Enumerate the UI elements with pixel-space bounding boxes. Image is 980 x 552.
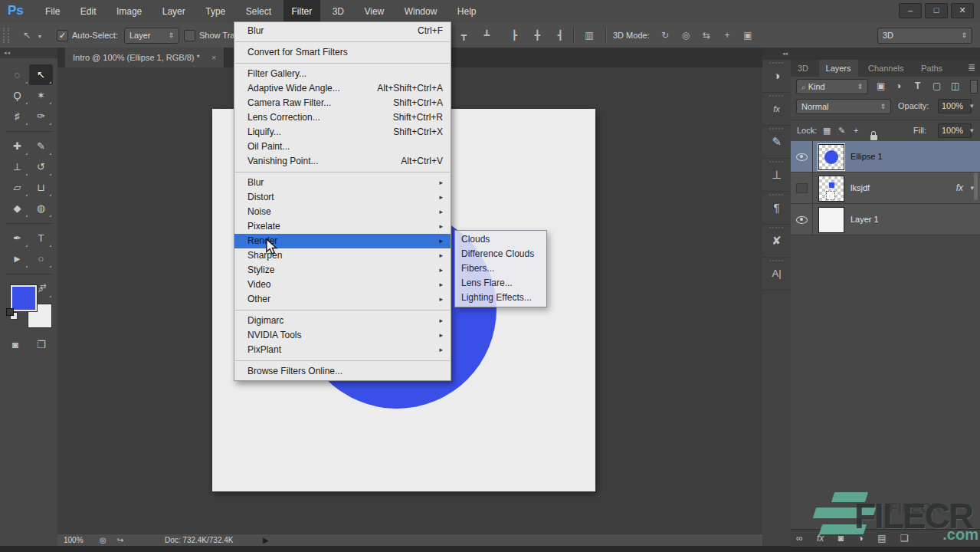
blur-tool[interactable]: ◆ (5, 198, 29, 219)
menu-item-browse-filters-online[interactable]: Browse Filters Online... (234, 364, 451, 379)
adjustment-layer-icon[interactable]: ◑ (858, 533, 864, 544)
brush-presets-panel-icon[interactable]: ✎ (762, 126, 791, 159)
pixel-layer-filter-icon[interactable]: ▣ (877, 80, 885, 91)
menu-item-oil-paint[interactable]: Oil Paint... (234, 140, 451, 154)
menu-layer[interactable]: Layer (154, 0, 194, 23)
menu-help[interactable]: Help (449, 0, 485, 23)
submenu-item-lens-flare[interactable]: Lens Flare... (455, 276, 546, 291)
panels-collapse-chevron-icon[interactable]: ◂◂ (762, 48, 791, 60)
smart-object-filter-icon[interactable]: ◫ (951, 80, 959, 91)
magic-wand-tool[interactable]: ✶ (29, 85, 53, 106)
styles-panel-icon[interactable]: fx (762, 93, 791, 126)
menu-item-distort-submenu[interactable]: Distort ▸ (234, 190, 451, 205)
tab-close-icon[interactable]: × (211, 53, 216, 62)
layer-thumbnail[interactable] (818, 207, 844, 233)
menu-window[interactable]: Window (396, 0, 446, 23)
swap-colors-icon[interactable]: ⇄ (40, 282, 46, 291)
menu-item-nvidia-tools-submenu[interactable]: NVIDIA Tools ▸ (234, 328, 451, 343)
new-layer-icon[interactable]: ❏ (900, 533, 909, 544)
tab-paths[interactable]: Paths (914, 60, 949, 77)
layer-row-ellipse-1[interactable]: Ellipse 1 (791, 141, 980, 172)
screen-mode-icon[interactable]: ❐ (37, 339, 46, 350)
lasso-tool[interactable]: Ϙ (5, 85, 29, 106)
paint-bucket-tool[interactable]: ⊔ (29, 177, 53, 198)
menu-image[interactable]: Image (108, 0, 150, 23)
visibility-toggle[interactable] (791, 141, 813, 172)
show-transform-checkbox[interactable] (184, 30, 195, 41)
lock-transparency-icon[interactable]: ▦ (823, 126, 831, 136)
menu-item-filter-gallery[interactable]: Filter Gallery... (234, 67, 451, 81)
spot-healing-brush-tool[interactable]: ✚ (5, 136, 29, 156)
menu-item-liquify[interactable]: Liquify... Shift+Ctrl+X (234, 125, 451, 140)
pen-tool[interactable]: ✒ (5, 228, 29, 248)
layer-name[interactable]: Layer 1 (851, 204, 879, 235)
menu-edit[interactable]: Edit (72, 0, 105, 23)
menu-item-blur-last[interactable]: Blur Ctrl+F (234, 24, 451, 38)
elliptical-marquee-tool[interactable]: ◌ (5, 64, 29, 85)
eyedropper-tool[interactable]: ✑ (29, 106, 53, 127)
tool-preset-caret-icon[interactable]: ▾ (38, 33, 41, 40)
distribute-spacing-icon[interactable]: ▥ (579, 28, 599, 42)
distribute-left-edges-icon[interactable]: ┣ (504, 28, 524, 42)
opacity-value-field[interactable]: 100% (938, 99, 972, 113)
quick-mask-icon[interactable]: ◙ (12, 339, 18, 350)
rotate-3d-icon[interactable]: ↻ (655, 28, 675, 42)
character-panel-icon[interactable]: A| (762, 258, 791, 291)
fill-caret-icon[interactable]: ▾ (970, 127, 974, 134)
zoom-level-field[interactable]: 100% (64, 534, 84, 547)
menu-item-vanishing-point[interactable]: Vanishing Point... Alt+Ctrl+V (234, 154, 451, 169)
submenu-item-difference-clouds[interactable]: Difference Clouds (455, 247, 546, 261)
menu-item-digimarc-submenu[interactable]: Digimarc ▸ (234, 314, 451, 328)
lock-paint-icon[interactable]: ✎ (838, 126, 845, 136)
crop-tool[interactable]: ♯ (5, 106, 29, 127)
opacity-caret-icon[interactable]: ▾ (970, 102, 974, 110)
clone-stamp-tool[interactable]: ⊥ (5, 156, 29, 177)
adjustment-layer-filter-icon[interactable]: ◑ (896, 80, 901, 91)
menu-item-pixplant-submenu[interactable]: PixPlant ▸ (234, 343, 451, 357)
submenu-item-fibers[interactable]: Fibers... (455, 261, 546, 276)
menu-view[interactable]: View (356, 0, 392, 23)
filter-toggle-switch[interactable] (970, 80, 978, 94)
dodge-tool[interactable]: ◍ (29, 198, 53, 219)
align-top-edges-icon[interactable]: ┳ (454, 28, 474, 42)
menu-item-other-submenu[interactable]: Other ▸ (234, 292, 451, 307)
document-tab[interactable]: Intro @ 100% (Ellipse 1, RGB/8) * × (65, 48, 225, 67)
auto-select-checkbox[interactable]: ✓ (57, 30, 68, 41)
pan-3d-icon[interactable]: ⇆ (696, 28, 716, 42)
menu-item-pixelate-submenu[interactable]: Pixelate ▸ (234, 219, 451, 234)
visibility-toggle[interactable] (791, 172, 813, 203)
history-brush-tool[interactable]: ↺ (29, 156, 53, 177)
distribute-right-edges-icon[interactable]: ┫ (550, 28, 570, 42)
menu-item-blur-submenu[interactable]: Blur ▸ (234, 176, 451, 190)
ellipse-tool[interactable]: ○ (29, 248, 53, 269)
menu-item-convert-smart-filters[interactable]: Convert for Smart Filters (234, 45, 451, 60)
menu-filter[interactable]: Filter (284, 0, 321, 23)
tab-channels[interactable]: Channels (861, 60, 910, 77)
scale-3d-icon[interactable]: ▣ (738, 28, 758, 42)
menu-item-noise-submenu[interactable]: Noise ▸ (234, 205, 451, 219)
brush-tool[interactable]: ✎ (29, 136, 53, 156)
menu-select[interactable]: Select (238, 0, 280, 23)
lock-all-icon[interactable] (870, 135, 877, 140)
adjustments-panel-icon[interactable]: ◑ (762, 60, 791, 93)
link-layers-icon[interactable]: ∞ (796, 533, 803, 544)
distribute-horizontal-centers-icon[interactable]: ╋ (527, 28, 547, 42)
layer-style-icon[interactable]: fx (817, 533, 824, 544)
slide-3d-icon[interactable]: + (717, 28, 737, 42)
default-colors-icon[interactable] (6, 308, 17, 319)
menu-item-stylize-submenu[interactable]: Stylize ▸ (234, 263, 451, 278)
clone-source-panel-icon[interactable]: ⊥ (762, 159, 791, 192)
paragraph-panel-icon[interactable]: ¶ (762, 192, 791, 225)
roll-3d-icon[interactable]: ◎ (676, 28, 696, 42)
status-flyout-icon[interactable]: ▶ (263, 534, 269, 547)
layer-name[interactable]: Ellipse 1 (851, 141, 883, 172)
minimize-button[interactable]: – (899, 3, 922, 18)
close-button[interactable]: ✕ (951, 3, 974, 18)
tab-layers[interactable]: Layers (819, 60, 858, 77)
layer-fx-badge[interactable]: fx (956, 172, 963, 203)
submenu-item-clouds[interactable]: Clouds (455, 232, 546, 247)
fill-value-field[interactable]: 100% (938, 123, 972, 138)
tool-presets-panel-icon[interactable]: ✘ (762, 225, 791, 258)
menu-item-camera-raw-filter[interactable]: Camera Raw Filter... Shift+Ctrl+A (234, 96, 451, 110)
menu-item-adaptive-wide-angle[interactable]: Adaptive Wide Angle... Alt+Shift+Ctrl+A (234, 81, 451, 96)
